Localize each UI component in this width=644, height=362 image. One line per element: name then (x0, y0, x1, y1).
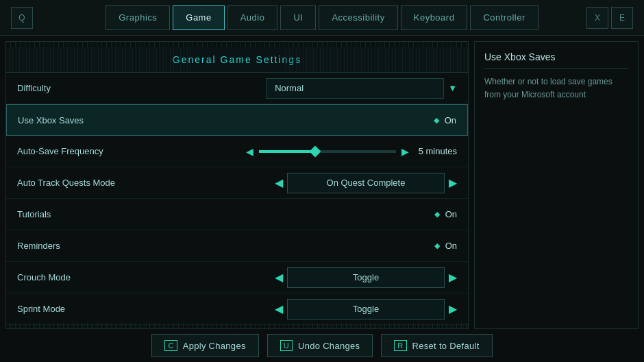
panel-header: General Game Settings (6, 47, 468, 73)
slider-track[interactable] (259, 150, 396, 153)
reset-key: R (394, 340, 406, 351)
tab-keyboard[interactable]: Keyboard (401, 5, 468, 30)
crouch-selector: ◀ Toggle ▶ (275, 267, 457, 288)
bottom-bar: C Apply Changes U Undo Changes R Reset t… (0, 329, 644, 362)
setting-auto-track: Auto Track Quests Mode ◀ On Quest Comple… (6, 167, 468, 199)
main-layout: General Game Settings Difficulty Normal … (0, 36, 644, 329)
top-nav: Q Graphics Game Audio UI Accessibility K… (0, 0, 644, 36)
undo-key: U (280, 340, 293, 351)
setting-autosave: Auto-Save Frequency ◀ ▶ 5 minutes (6, 136, 468, 167)
settings-panel: General Game Settings Difficulty Normal … (5, 41, 469, 329)
setting-sprint: Sprint Mode ◀ Toggle ▶ (6, 293, 468, 325)
nav-e-corner: E (611, 7, 633, 29)
sprint-right-arrow-icon[interactable]: ▶ (449, 302, 457, 315)
sprint-selector: ◀ Toggle ▶ (275, 299, 457, 319)
label-autosave: Auto-Save Frequency (17, 146, 246, 156)
tutorials-diamond-icon: ◆ (434, 210, 440, 219)
option-right-arrow-icon[interactable]: ▶ (449, 176, 457, 189)
reset-to-default-button[interactable]: R Reset to Default (381, 334, 492, 357)
nav-left-corner: Q (11, 7, 33, 29)
slider-fill (259, 150, 314, 153)
info-panel: Use Xbox Saves Whether or not to load sa… (474, 41, 639, 329)
reminders-value: ◆ On (434, 241, 457, 251)
bottom-deco (6, 323, 468, 328)
label-sprint: Sprint Mode (17, 304, 275, 314)
label-reminders: Reminders (17, 241, 434, 251)
autosave-slider-container: ◀ ▶ 5 minutes (246, 146, 457, 157)
undo-changes-button[interactable]: U Undo Changes (267, 334, 373, 357)
reminders-diamond-icon: ◆ (434, 241, 440, 250)
slider-left-arrow-icon[interactable]: ◀ (246, 146, 253, 157)
crouch-left-arrow-icon[interactable]: ◀ (275, 271, 283, 284)
reset-label: Reset to Default (412, 341, 480, 351)
tutorials-value: ◆ On (434, 209, 457, 219)
sprint-left-arrow-icon[interactable]: ◀ (275, 302, 283, 315)
setting-xbox-saves[interactable]: Use Xbox Saves ◆ On (6, 104, 468, 136)
setting-reminders: Reminders ◆ On (6, 230, 468, 262)
tab-accessibility[interactable]: Accessibility (319, 5, 397, 30)
option-left-arrow-icon[interactable]: ◀ (275, 176, 283, 189)
dropdown-arrow-icon: ▼ (448, 83, 457, 93)
label-crouch: Crouch Mode (17, 272, 275, 282)
info-panel-description: Whether or not to load save games from y… (484, 75, 628, 101)
difficulty-dropdown-container: Normal Easy Hard ▼ (266, 78, 457, 99)
crouch-right-arrow-icon[interactable]: ▶ (449, 271, 457, 284)
tab-ui[interactable]: UI (280, 5, 316, 30)
tab-audio[interactable]: Audio (227, 5, 278, 30)
label-auto-track: Auto Track Quests Mode (17, 178, 275, 188)
apply-changes-button[interactable]: C Apply Changes (151, 334, 258, 357)
xbox-saves-value: ◆ On (434, 115, 456, 125)
crouch-value: Toggle (287, 267, 445, 288)
setting-difficulty: Difficulty Normal Easy Hard ▼ (6, 73, 468, 104)
auto-track-value: On Quest Complete (287, 173, 445, 193)
tab-game[interactable]: Game (173, 5, 224, 30)
setting-tutorials: Tutorials ◆ On (6, 199, 468, 230)
slider-handle (309, 145, 321, 157)
setting-crouch: Crouch Mode ◀ Toggle ▶ (6, 262, 468, 293)
apply-key: C (164, 340, 177, 351)
reminders-toggle: On (445, 241, 457, 251)
autosave-value: 5 minutes (419, 146, 457, 156)
difficulty-select[interactable]: Normal Easy Hard (266, 78, 444, 99)
tab-controller[interactable]: Controller (470, 5, 538, 30)
label-xbox-saves: Use Xbox Saves (18, 115, 434, 125)
label-tutorials: Tutorials (17, 209, 434, 219)
label-difficulty: Difficulty (17, 83, 266, 93)
top-deco (6, 42, 468, 47)
close-button[interactable]: X (586, 7, 608, 29)
info-panel-title: Use Xbox Saves (484, 51, 628, 69)
tutorials-toggle: On (445, 209, 457, 219)
toggle-diamond-icon: ◆ (434, 116, 439, 125)
panel-title: General Game Settings (173, 54, 301, 65)
auto-track-selector: ◀ On Quest Complete ▶ (275, 173, 457, 193)
apply-label: Apply Changes (183, 341, 246, 351)
undo-label: Undo Changes (298, 341, 360, 351)
settings-content[interactable]: Difficulty Normal Easy Hard ▼ Use Xbox S… (6, 73, 468, 329)
sprint-value: Toggle (287, 299, 445, 319)
xbox-saves-toggle: On (445, 115, 456, 125)
tab-graphics[interactable]: Graphics (106, 5, 170, 30)
slider-right-arrow-icon[interactable]: ▶ (401, 146, 409, 157)
